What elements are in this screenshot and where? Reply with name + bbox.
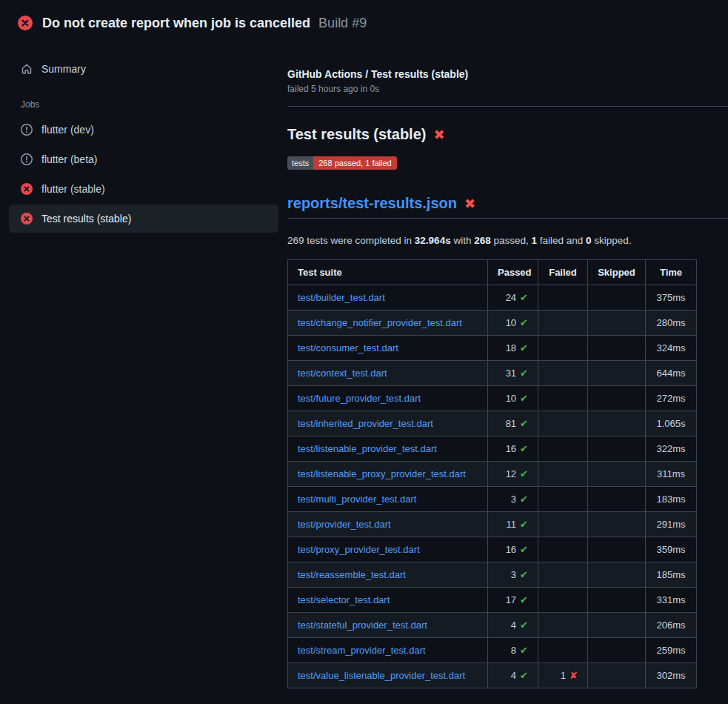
table-row: test/stream_provider_test.dart8✔259ms xyxy=(288,638,697,663)
sidebar-item-label: flutter (stable) xyxy=(41,183,105,195)
count-cell xyxy=(588,512,646,537)
check-icon: ✔ xyxy=(520,418,528,429)
test-suite-link[interactable]: test/context_test.dart xyxy=(298,368,387,379)
count-cell xyxy=(588,663,646,688)
time-cell: 259ms xyxy=(646,638,697,663)
check-icon: ✔ xyxy=(520,443,528,454)
count-cell: 8✔ xyxy=(488,638,538,663)
count-cell xyxy=(538,336,588,361)
count-cell: 10✔ xyxy=(488,386,538,411)
table-row: test/multi_provider_test.dart3✔183ms xyxy=(288,487,697,512)
x-icon: ✘ xyxy=(570,670,578,681)
sidebar: Summary Jobs flutter (dev) flutter (beta… xyxy=(0,41,287,234)
x-circle-icon xyxy=(21,213,33,225)
count-cell xyxy=(538,361,588,386)
breadcrumb: GitHub Actions / Test results (stable) xyxy=(287,68,728,80)
build-number: Build #9 xyxy=(318,16,367,30)
sidebar-item-flutter-beta[interactable]: flutter (beta) xyxy=(9,145,278,173)
sidebar-item-label: Test results (stable) xyxy=(41,213,131,225)
count-cell: 31✔ xyxy=(488,361,538,386)
count-cell: 16✔ xyxy=(488,537,538,562)
summary-line: 269 tests were completed in 32.964s with… xyxy=(287,235,728,246)
sidebar-item-flutter-stable[interactable]: flutter (stable) xyxy=(9,175,278,203)
check-icon: ✔ xyxy=(520,594,528,605)
check-icon: ✔ xyxy=(520,620,528,631)
count-cell xyxy=(538,537,588,562)
home-icon xyxy=(21,63,33,75)
count-cell xyxy=(538,512,588,537)
count-cell xyxy=(588,537,646,562)
test-suite-link[interactable]: test/provider_test.dart xyxy=(298,519,391,530)
count-cell xyxy=(588,638,646,663)
count-cell xyxy=(538,562,588,588)
results-table: Test suite Passed Failed Skipped Time te… xyxy=(287,259,697,688)
count-cell: 18✔ xyxy=(488,336,538,361)
run-status-line: failed 5 hours ago in 0s xyxy=(287,84,728,94)
failed-x-icon: ✖ xyxy=(433,128,444,142)
header: Do not create report when job is cancell… xyxy=(0,0,728,41)
report-link-text: reports/test-results.json xyxy=(287,195,457,212)
count-cell xyxy=(588,613,646,638)
results-table-body: test/builder_test.dart24✔375mstest/chang… xyxy=(288,285,697,688)
check-icon: ✔ xyxy=(520,544,528,555)
count-cell xyxy=(588,436,646,462)
test-suite-link[interactable]: test/stream_provider_test.dart xyxy=(298,645,426,656)
test-suite-link[interactable]: test/consumer_test.dart xyxy=(298,342,398,353)
test-suite-link[interactable]: test/inherited_provider_test.dart xyxy=(298,418,433,429)
count-cell: 10✔ xyxy=(488,311,538,336)
test-suite-link[interactable]: test/selector_test.dart xyxy=(298,594,390,605)
table-row: test/builder_test.dart24✔375ms xyxy=(288,285,697,311)
sidebar-item-label: Summary xyxy=(41,63,86,75)
table-row: test/provider_test.dart11✔291ms xyxy=(288,512,697,537)
check-icon: ✔ xyxy=(520,368,528,379)
col-header-test-suite: Test suite xyxy=(288,260,488,285)
check-icon: ✔ xyxy=(520,317,528,328)
neutral-status-icon xyxy=(21,153,33,165)
table-row: test/selector_test.dart17✔331ms xyxy=(288,588,697,613)
count-cell xyxy=(538,638,588,663)
count-cell xyxy=(538,285,588,311)
failed-x-icon: ✖ xyxy=(464,197,475,210)
count-cell: 24✔ xyxy=(488,285,538,311)
count-cell xyxy=(588,285,646,311)
count-cell: 4✔ xyxy=(488,613,538,638)
test-suite-link[interactable]: test/listenable_provider_test.dart xyxy=(298,443,437,454)
time-cell: 359ms xyxy=(646,537,697,562)
test-suite-link[interactable]: test/listenable_proxy_provider_test.dart xyxy=(298,468,466,479)
time-cell: 183ms xyxy=(646,487,697,512)
count-cell xyxy=(538,311,588,336)
test-suite-link[interactable]: test/stateful_provider_test.dart xyxy=(298,620,427,631)
sidebar-item-label: flutter (beta) xyxy=(41,153,97,165)
test-suite-link[interactable]: test/value_listenable_provider_test.dart xyxy=(298,670,465,681)
report-link[interactable]: reports/test-results.json ✖ xyxy=(287,195,728,212)
test-suite-link[interactable]: test/multi_provider_test.dart xyxy=(298,494,416,505)
test-suite-link[interactable]: test/change_notifier_provider_test.dart xyxy=(298,317,462,328)
check-icon: ✔ xyxy=(520,569,528,580)
time-cell: 375ms xyxy=(646,285,697,311)
count-cell: 16✔ xyxy=(488,436,538,462)
count-cell xyxy=(538,487,588,512)
count-cell xyxy=(538,588,588,613)
section-title: Test results (stable) ✖ xyxy=(287,126,728,143)
time-cell: 291ms xyxy=(646,512,697,537)
divider xyxy=(287,218,728,219)
time-cell: 324ms xyxy=(646,336,697,361)
count-cell xyxy=(588,386,646,411)
sidebar-item-summary[interactable]: Summary xyxy=(9,55,278,83)
time-cell: 302ms xyxy=(646,663,697,688)
test-suite-link[interactable]: test/builder_test.dart xyxy=(298,292,385,303)
x-circle-icon xyxy=(18,16,33,30)
test-suite-link[interactable]: test/proxy_provider_test.dart xyxy=(298,544,420,555)
test-suite-link[interactable]: test/reassemble_test.dart xyxy=(298,569,406,580)
check-icon: ✔ xyxy=(520,292,528,303)
test-suite-link[interactable]: test/future_provider_test.dart xyxy=(298,393,421,404)
count-cell xyxy=(588,361,646,386)
count-cell xyxy=(588,562,646,588)
check-icon: ✔ xyxy=(520,494,528,505)
sidebar-item-flutter-dev[interactable]: flutter (dev) xyxy=(9,116,278,144)
sidebar-item-test-results-stable[interactable]: Test results (stable) xyxy=(9,205,278,233)
main-content: GitHub Actions / Test results (stable) f… xyxy=(287,41,728,688)
page-title: Do not create report when job is cancell… xyxy=(42,16,367,31)
count-cell xyxy=(588,588,646,613)
count-cell: 4✔ xyxy=(488,663,538,688)
